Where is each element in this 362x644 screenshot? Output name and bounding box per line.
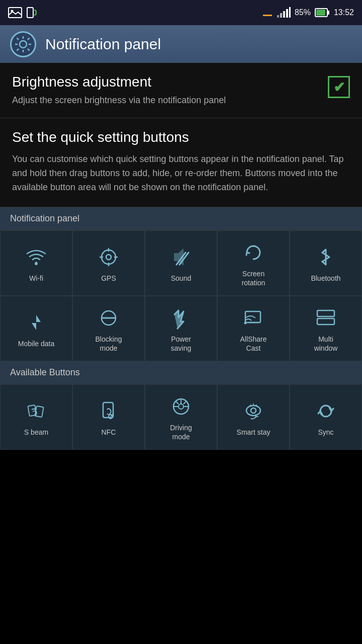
available-buttons-label: Available Buttons [0, 361, 362, 384]
download-icon [262, 7, 273, 18]
gps-label: GPS [101, 274, 116, 283]
svg-rect-42 [317, 318, 334, 325]
driving-mode-label: Drivingmode [170, 423, 192, 441]
svg-rect-5 [263, 15, 272, 16]
sound-button[interactable]: Sound [145, 230, 217, 296]
wifi-button[interactable]: Wi-fi [0, 230, 72, 296]
svg-rect-13 [316, 10, 325, 16]
bluetooth-label: Bluetooth [311, 274, 340, 283]
brightness-section[interactable]: Brightness adjustment Adjust the screen … [0, 63, 362, 118]
clock: 13:52 [334, 8, 354, 17]
notification-panel-label: Notification panel [0, 207, 362, 230]
image-icon [8, 7, 22, 18]
svg-line-53 [184, 401, 187, 404]
brightness-description: Adjust the screen brightness via the not… [12, 94, 320, 107]
signal-icon [277, 7, 291, 18]
power-saving-label: Powersaving [171, 335, 191, 353]
svg-rect-2 [27, 8, 33, 18]
allshare-cast-label: AllShareCast [240, 335, 267, 353]
status-right-icons: 85% 13:52 [262, 7, 354, 18]
svg-marker-4 [264, 7, 270, 14]
allshare-cast-button[interactable]: AllShareCast [217, 296, 290, 361]
mobile-data-button[interactable]: Mobile data [0, 296, 72, 361]
svg-line-59 [256, 405, 256, 407]
svg-point-49 [178, 404, 184, 409]
nfc-button[interactable]: NFC [72, 384, 145, 450]
s-beam-button[interactable]: S beam [0, 384, 72, 450]
blocking-mode-label: Blockingmode [96, 335, 122, 353]
gear-icon [10, 31, 36, 57]
battery-percent: 85% [295, 8, 311, 17]
screen-rotation-button[interactable]: Screenrotation [217, 230, 290, 296]
status-left-icons [8, 7, 37, 18]
sync-button[interactable]: Sync [290, 384, 362, 450]
svg-point-56 [251, 408, 256, 413]
smart-stay-label: Smart stay [237, 428, 270, 437]
battery-icon [315, 7, 330, 18]
svg-line-51 [175, 401, 178, 404]
svg-rect-12 [328, 11, 329, 15]
svg-point-14 [20, 41, 27, 48]
svg-line-57 [250, 405, 251, 407]
checkmark-icon: ✔ [333, 79, 345, 96]
sound-label: Sound [171, 274, 191, 283]
blocking-mode-button[interactable]: Blockingmode [72, 296, 145, 361]
svg-rect-6 [277, 15, 279, 18]
svg-rect-7 [280, 13, 282, 18]
svg-rect-10 [289, 7, 291, 18]
s-beam-label: S beam [24, 428, 48, 437]
svg-line-20 [28, 49, 30, 51]
svg-rect-9 [286, 9, 288, 18]
svg-rect-0 [9, 8, 22, 18]
sync-label: Sync [318, 428, 333, 437]
power-saving-button[interactable]: Powersaving [145, 296, 217, 361]
nfc-label: NFC [102, 428, 116, 437]
status-bar: 85% 13:52 [0, 0, 362, 25]
driving-mode-button[interactable]: Drivingmode [145, 384, 217, 450]
notification-panel-grid: Wi-fi GPS Sound Screenrotation [0, 230, 362, 361]
smart-stay-button[interactable]: Smart stay [217, 384, 290, 450]
svg-point-24 [102, 250, 116, 264]
svg-marker-34 [32, 323, 36, 330]
svg-point-23 [35, 262, 38, 265]
quick-setting-section: Set the quick setting buttons You can cu… [0, 118, 362, 207]
page-header: Notification panel [0, 25, 362, 63]
brightness-checkbox[interactable]: ✔ [328, 76, 350, 98]
svg-point-39 [244, 321, 247, 324]
svg-rect-8 [283, 11, 285, 18]
page-title: Notification panel [45, 36, 161, 53]
svg-marker-33 [36, 315, 41, 322]
wifi-label: Wi-fi [29, 274, 43, 283]
mobile-data-label: Mobile data [18, 339, 54, 348]
quick-setting-description: You can customise which quick setting bu… [12, 152, 350, 195]
svg-point-55 [246, 406, 260, 416]
gps-button[interactable]: GPS [72, 230, 145, 296]
svg-line-22 [17, 49, 19, 51]
available-buttons-grid: S beam NFC Drivingmode [0, 384, 362, 450]
brightness-title: Brightness adjustment [12, 74, 320, 90]
svg-point-25 [106, 255, 111, 260]
phone-icon [26, 7, 37, 18]
svg-line-21 [28, 38, 30, 40]
multi-window-button[interactable]: Multiwindow [290, 296, 362, 361]
multi-window-label: Multiwindow [314, 335, 338, 353]
quick-setting-title: Set the quick setting buttons [12, 129, 350, 145]
bluetooth-button[interactable]: Bluetooth [290, 230, 362, 296]
screen-rotation-label: Screenrotation [242, 269, 265, 287]
svg-line-19 [17, 38, 19, 40]
svg-rect-41 [317, 310, 334, 316]
